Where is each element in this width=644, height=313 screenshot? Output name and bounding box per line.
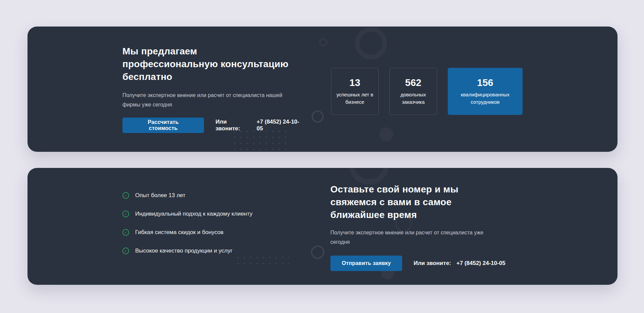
callback-actions: Отправить заявку Или звоните: +7 (8452) … <box>330 256 518 271</box>
benefits-list: ✓ Опыт более 13 лет ✓ Индивидуальный под… <box>122 191 253 265</box>
offer-actions: Рассчитать стоимость Или звоните: +7 (84… <box>122 118 304 133</box>
stat-value: 156 <box>477 77 493 88</box>
stat-label: довольных заказчика <box>392 91 434 106</box>
check-circle-icon: ✓ <box>122 229 129 236</box>
decorative-ring <box>312 110 324 123</box>
call-block: Или звоните: +7 (8452) 24-10-05 <box>215 119 304 132</box>
stat-value: 13 <box>350 77 360 88</box>
decorative-donut <box>349 168 389 185</box>
benefit-item: ✓ Высокое качество продукции и услуг <box>122 247 253 255</box>
phone-link[interactable]: +7 (8452) 24-10-05 <box>457 260 505 267</box>
check-circle-icon: ✓ <box>122 211 129 217</box>
callback-banner: ✓ Опыт более 13 лет ✓ Индивидуальный под… <box>28 168 618 285</box>
offer-subtitle: Получите экспертное мнение или расчет от… <box>122 91 292 109</box>
check-circle-icon: ✓ <box>122 192 129 199</box>
benefit-item: ✓ Гибкая система скидок и бонусов <box>122 228 253 236</box>
callback-subtitle: Получите экспертное мнение или расчет от… <box>330 228 500 247</box>
call-label: Или звоните: <box>215 119 251 132</box>
stat-label: успешных лет в бизнесе <box>334 91 376 106</box>
decorative-ring <box>311 245 324 259</box>
benefit-item: ✓ Опыт более 13 лет <box>122 191 253 199</box>
phone-link[interactable]: +7 (8452) 24-10-05 <box>257 119 304 132</box>
check-circle-icon: ✓ <box>122 248 129 254</box>
send-request-button[interactable]: Отправить заявку <box>330 256 402 271</box>
stat-years: 13 успешных лет в бизнесе <box>331 68 379 115</box>
offer-banner: Мы предлагаем профессиональную консульта… <box>28 27 618 152</box>
benefit-item: ✓ Индивидуальный подход к каждому клиент… <box>122 210 253 218</box>
calculate-cost-button[interactable]: Рассчитать стоимость <box>122 118 204 133</box>
decorative-ring <box>319 38 327 46</box>
call-label: Или звоните: <box>414 260 451 267</box>
decorative-circle <box>379 127 393 141</box>
stat-employees: 156 квалифицированных сотрудников <box>448 68 523 115</box>
stat-clients: 562 довольных заказчика <box>389 68 437 115</box>
stat-value: 562 <box>405 77 421 88</box>
callback-title: Оставьте свой номер и мы свяжемся с вами… <box>330 183 518 221</box>
stats-row: 13 успешных лет в бизнесе 562 довольных … <box>331 68 523 115</box>
stat-label: квалифицированных сотрудников <box>451 91 520 106</box>
call-block: Или звоните: +7 (8452) 24-10-05 <box>414 260 505 267</box>
offer-title: Мы предлагаем профессиональную консульта… <box>122 45 304 83</box>
decorative-donut <box>355 27 387 59</box>
